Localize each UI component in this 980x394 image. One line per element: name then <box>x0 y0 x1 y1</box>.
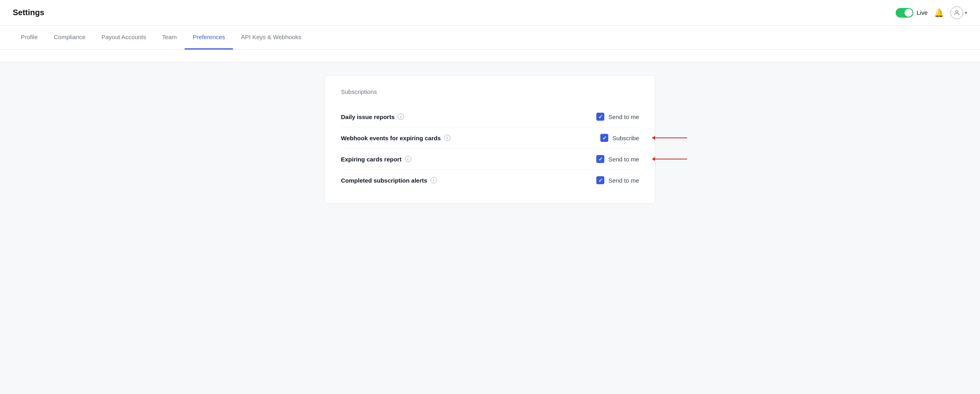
live-toggle[interactable] <box>896 8 913 18</box>
expiring-cards-checkbox[interactable] <box>596 155 604 163</box>
avatar <box>950 6 963 19</box>
completed-alerts-text: Completed subscription alerts <box>341 177 427 184</box>
webhook-action: Subscribe <box>600 134 639 142</box>
webhook-checkbox[interactable] <box>600 134 608 142</box>
tab-compliance[interactable]: Compliance <box>46 26 94 50</box>
svg-point-0 <box>956 10 958 13</box>
notification-bell-icon[interactable]: 🔔 <box>934 8 944 18</box>
header-right: Live 🔔 ▾ <box>896 6 967 19</box>
subscription-row-expiring-cards: Expiring cards report i Send to me <box>341 149 639 170</box>
tab-team[interactable]: Team <box>154 26 185 50</box>
expiring-cards-info-icon[interactable]: i <box>405 156 411 162</box>
user-menu[interactable]: ▾ <box>950 6 967 19</box>
card-container: Subscriptions Daily issue reports i Send… <box>318 62 662 217</box>
completed-alerts-label: Completed subscription alerts i <box>341 177 437 184</box>
daily-issue-info-icon[interactable]: i <box>398 113 404 120</box>
webhook-arrow-annotation <box>652 136 687 140</box>
subscriptions-card: Subscriptions Daily issue reports i Send… <box>325 75 655 204</box>
header: Settings Live 🔔 ▾ <box>0 0 980 26</box>
completed-alerts-action-label: Send to me <box>608 177 639 184</box>
main-content: Subscriptions Daily issue reports i Send… <box>0 50 980 394</box>
webhook-text: Webhook events for expiring cards <box>341 135 441 141</box>
arrow-head-icon <box>652 136 655 140</box>
completed-alerts-action: Send to me <box>596 176 639 184</box>
subscription-row-completed-alerts: Completed subscription alerts i Send to … <box>341 170 639 191</box>
daily-issue-text: Daily issue reports <box>341 113 394 120</box>
expiring-cards-action: Send to me <box>596 155 639 163</box>
daily-issue-checkbox[interactable] <box>596 113 604 121</box>
expiring-cards-arrow-annotation <box>652 157 687 161</box>
daily-issue-action: Send to me <box>596 113 639 121</box>
tab-preferences[interactable]: Preferences <box>185 26 233 50</box>
page-title: Settings <box>13 8 44 17</box>
webhook-info-icon[interactable]: i <box>444 135 450 141</box>
tab-payout-accounts[interactable]: Payout Accounts <box>94 26 154 50</box>
webhook-label: Webhook events for expiring cards i <box>341 135 450 141</box>
top-strip <box>0 50 980 62</box>
arrow-line <box>655 137 687 138</box>
tab-profile[interactable]: Profile <box>13 26 46 50</box>
tab-api-keys[interactable]: API Keys & Webhooks <box>233 26 309 50</box>
section-title: Subscriptions <box>341 88 639 95</box>
completed-alerts-info-icon[interactable]: i <box>430 177 437 183</box>
webhook-action-label: Subscribe <box>612 135 639 141</box>
live-label: Live <box>916 9 928 16</box>
expiring-cards-action-label: Send to me <box>608 156 639 163</box>
completed-alerts-checkbox[interactable] <box>596 176 604 184</box>
arrow-head-icon-2 <box>652 157 655 161</box>
subscription-row-daily-issue: Daily issue reports i Send to me <box>341 106 639 127</box>
daily-issue-action-label: Send to me <box>608 113 639 120</box>
navigation-tabs: Profile Compliance Payout Accounts Team … <box>0 26 980 50</box>
expiring-cards-label: Expiring cards report i <box>341 156 411 163</box>
subscription-row-webhook: Webhook events for expiring cards i Subs… <box>341 127 639 149</box>
chevron-down-icon: ▾ <box>965 10 967 16</box>
expiring-cards-text: Expiring cards report <box>341 156 402 163</box>
daily-issue-label: Daily issue reports i <box>341 113 404 120</box>
live-badge: Live <box>896 8 928 18</box>
arrow-line-2 <box>655 159 687 159</box>
